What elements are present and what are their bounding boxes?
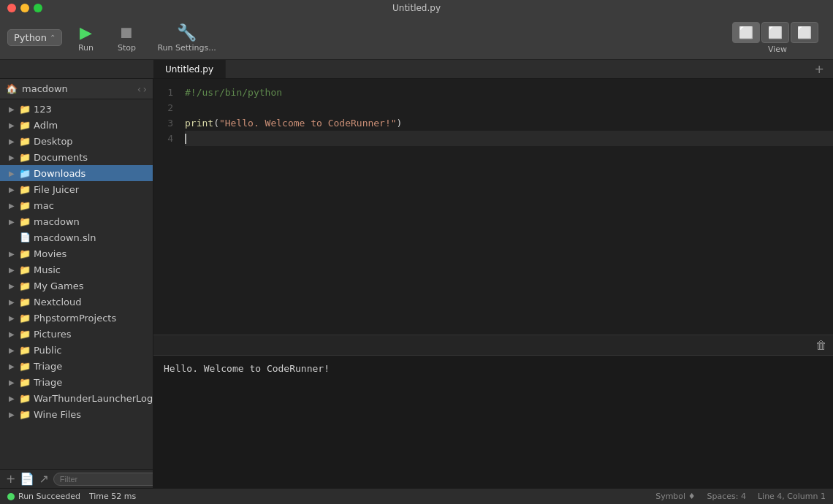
status-indicator bbox=[7, 493, 15, 500]
sidebar-item-desktop-2[interactable]: ▶📁Desktop bbox=[0, 133, 153, 149]
sidebar-item-my-games-11[interactable]: ▶📁My Games bbox=[0, 278, 153, 294]
expand-arrow-icon: ▶ bbox=[9, 266, 16, 274]
editor-content: 1 2 3 4 #!/usr/bin/python print("Hello. … bbox=[153, 79, 833, 335]
sidebar-item-downloads-4[interactable]: ▶📁Downloads bbox=[0, 165, 153, 181]
line-number: 1 bbox=[153, 85, 173, 100]
minimize-button[interactable] bbox=[20, 4, 29, 12]
folder-icon: 📁 bbox=[19, 104, 31, 114]
run-status-label: Run Succeeded bbox=[18, 492, 80, 501]
sidebar-nav-buttons[interactable]: ‹ › bbox=[137, 83, 147, 95]
sidebar-item-documents-3[interactable]: ▶📁Documents bbox=[0, 149, 153, 165]
sidebar-item-adlm-1[interactable]: ▶📁Adlm bbox=[0, 117, 153, 133]
home-icon: 🏠 bbox=[6, 83, 18, 94]
add-tab-button[interactable]: + bbox=[809, 62, 830, 76]
move-button[interactable]: ↗ bbox=[39, 472, 48, 486]
folder-icon: 📁 bbox=[19, 313, 31, 323]
sidebar-item-macdown-7[interactable]: ▶📁macdown bbox=[0, 213, 153, 229]
output-text: Hello. Welcome to CodeRunner! bbox=[164, 363, 330, 374]
run-settings-label: Run Settings... bbox=[157, 43, 216, 53]
sidebar-item-label: Nextcloud bbox=[34, 297, 82, 308]
output-toolbar: 🗑 bbox=[153, 335, 833, 356]
expand-arrow-icon: ▶ bbox=[9, 202, 16, 210]
window-controls bbox=[7, 4, 42, 12]
line-number: 2 bbox=[153, 100, 173, 115]
view-label: View bbox=[768, 45, 787, 54]
expand-arrow-icon: ▶ bbox=[9, 394, 16, 402]
run-button[interactable]: ▶ Run bbox=[68, 20, 103, 56]
sidebar-item-label: Adlm bbox=[34, 120, 58, 131]
sidebar-item-label: Desktop bbox=[34, 136, 73, 147]
line-numbers: 1 2 3 4 bbox=[153, 79, 179, 335]
maximize-button[interactable] bbox=[34, 4, 42, 12]
folder-icon: 📁 bbox=[19, 136, 31, 146]
sidebar-item-label: WarThunderLauncherLogs bbox=[34, 393, 153, 404]
close-button[interactable] bbox=[7, 4, 16, 12]
code-area[interactable]: #!/usr/bin/python print("Hello. Welcome … bbox=[179, 79, 833, 335]
add-folder-button[interactable]: + bbox=[6, 472, 15, 486]
right-panel: 1 2 3 4 #!/usr/bin/python print("Hello. … bbox=[153, 79, 833, 488]
sidebar-item-phpstormprojects-13[interactable]: ▶📁PhpstormProjects bbox=[0, 310, 153, 326]
folder-icon: 📁 bbox=[19, 345, 31, 355]
run-status: Run Succeeded bbox=[7, 492, 80, 501]
expand-arrow-icon: ▶ bbox=[9, 121, 16, 129]
titlebar: Untitled.py bbox=[0, 0, 833, 16]
expand-arrow-icon: ▶ bbox=[9, 411, 16, 419]
view-center-button[interactable]: ⬜ bbox=[761, 22, 789, 43]
sidebar-item-label: My Games bbox=[34, 280, 84, 291]
add-file-button[interactable]: 📄 bbox=[20, 472, 34, 486]
window-title: Untitled.py bbox=[392, 3, 441, 13]
folder-icon: 📁 bbox=[19, 152, 31, 162]
run-settings-button[interactable]: 🔧 Run Settings... bbox=[150, 20, 223, 56]
expand-arrow-icon: ▶ bbox=[9, 153, 16, 161]
expand-arrow-icon: ▶ bbox=[9, 282, 16, 290]
folder-icon: 📁 bbox=[19, 168, 31, 178]
sidebar-item-mac-6[interactable]: ▶📁mac bbox=[0, 197, 153, 213]
symbol-status: Symbol ♦ bbox=[655, 492, 695, 501]
gear-icon: 🔧 bbox=[177, 23, 197, 42]
output-panel: 🗑 Hello. Welcome to CodeRunner! bbox=[153, 335, 833, 488]
code-line-1: #!/usr/bin/python bbox=[185, 85, 833, 100]
active-tab[interactable]: Untitled.py bbox=[153, 60, 226, 78]
view-right-button[interactable]: ⬜ bbox=[791, 22, 818, 43]
sidebar-item-nextcloud-12[interactable]: ▶📁Nextcloud bbox=[0, 294, 153, 310]
sidebar-item-label: PhpstormProjects bbox=[34, 313, 116, 324]
view-left-button[interactable]: ⬜ bbox=[732, 22, 760, 43]
code-editor[interactable]: 1 2 3 4 #!/usr/bin/python print("Hello. … bbox=[153, 79, 833, 335]
sidebar-item-triage-17[interactable]: ▶📁Triage bbox=[0, 374, 153, 390]
sidebar-item-label: 123 bbox=[34, 104, 52, 115]
sidebar-item-public-15[interactable]: ▶📁Public bbox=[0, 342, 153, 358]
folder-icon: 📁 bbox=[19, 361, 31, 371]
expand-arrow-icon: ▶ bbox=[9, 378, 16, 386]
filter-input[interactable] bbox=[53, 473, 153, 486]
folder-icon: 📁 bbox=[19, 393, 31, 403]
sidebar-root-label: macdown bbox=[22, 83, 68, 94]
time-value: 52 ms bbox=[111, 492, 136, 501]
sidebar: 🏠 macdown ‹ › ▶📁123▶📁Adlm▶📁Desktop▶📁Docu… bbox=[0, 79, 153, 488]
time-label-text: Time bbox=[89, 492, 111, 501]
toolbar: Python ⌃ ▶ Run ⏹ Stop 🔧 Run Settings... … bbox=[0, 16, 833, 60]
folder-icon: 📁 bbox=[19, 184, 31, 194]
folder-icon: 📁 bbox=[19, 264, 31, 275]
sidebar-item-label: mac bbox=[34, 200, 54, 211]
sidebar-item-triage-16[interactable]: ▶📁Triage bbox=[0, 358, 153, 374]
sidebar-item-pictures-14[interactable]: ▶📁Pictures bbox=[0, 326, 153, 342]
sidebar-item-label: File Juicer bbox=[34, 184, 79, 195]
clear-output-button[interactable]: 🗑 bbox=[815, 338, 827, 352]
sidebar-item-macdown.sln-8[interactable]: 📄macdown.sln bbox=[0, 229, 153, 245]
expand-arrow-icon: ▶ bbox=[9, 137, 16, 145]
code-line-4 bbox=[185, 131, 833, 146]
sidebar-item-file-juicer-5[interactable]: ▶📁File Juicer bbox=[0, 181, 153, 197]
folder-icon: 📁 bbox=[19, 297, 31, 307]
stop-button[interactable]: ⏹ Stop bbox=[109, 20, 144, 56]
expand-arrow-icon: ▶ bbox=[9, 298, 16, 306]
language-selector[interactable]: Python ⌃ bbox=[7, 29, 62, 46]
sidebar-item-movies-9[interactable]: ▶📁Movies bbox=[0, 245, 153, 261]
sidebar-item-123-0[interactable]: ▶📁123 bbox=[0, 101, 153, 117]
sidebar-item-label: Pictures bbox=[34, 329, 71, 340]
sidebar-item-wine-files-19[interactable]: ▶📁Wine Files bbox=[0, 406, 153, 422]
sidebar-item-music-10[interactable]: ▶📁Music bbox=[0, 261, 153, 278]
folder-icon: 📁 bbox=[19, 329, 31, 339]
sidebar-item-warthunderlauncherlogs-18[interactable]: ▶📁WarThunderLauncherLogs bbox=[0, 390, 153, 406]
sidebar-item-label: macdown.sln bbox=[34, 232, 96, 243]
sidebar-item-label: Public bbox=[34, 345, 61, 356]
